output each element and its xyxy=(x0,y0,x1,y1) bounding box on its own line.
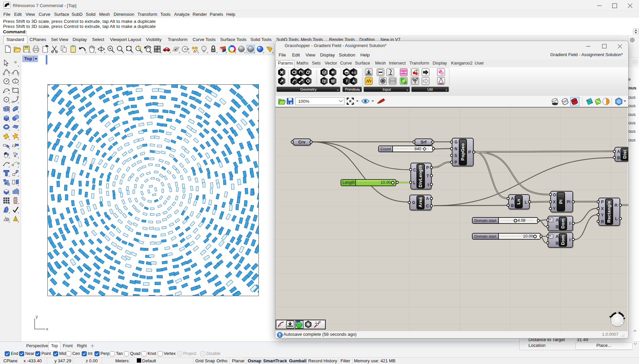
svg-text:100%: 100% xyxy=(298,99,310,104)
svg-text:Input: Input xyxy=(383,87,391,91)
svg-text:x: x xyxy=(46,326,48,331)
svg-text:A: A xyxy=(352,79,355,83)
svg-text:y: y xyxy=(36,314,38,319)
svg-text:7: 7 xyxy=(346,79,348,83)
svg-text:0.1: 0.1 xyxy=(352,71,356,74)
svg-text:Geometry: Geometry xyxy=(300,87,317,91)
svg-text:Primitive: Primitive xyxy=(345,87,359,91)
svg-text:Util: Util xyxy=(428,87,433,91)
